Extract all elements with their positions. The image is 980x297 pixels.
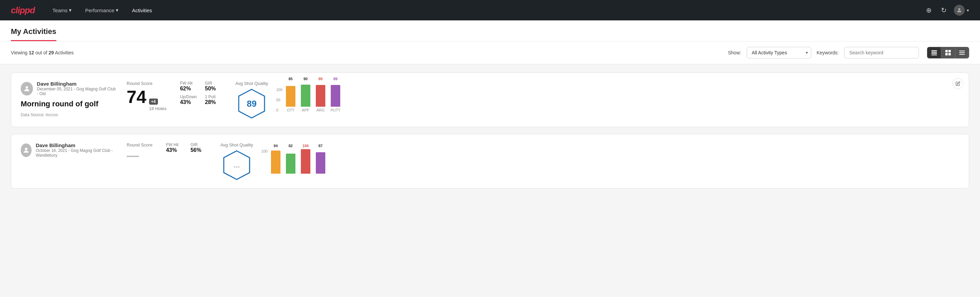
svg-rect-11 [959,54,965,55]
user-chevron-icon: ▾ [967,8,969,13]
svg-rect-8 [948,53,951,55]
gir-group: GIR 50% [205,81,222,92]
svg-rect-10 [959,52,965,53]
user-date: October 16, 2021 - Gog Magog Golf Club -… [36,148,116,158]
one-putt-value: 28% [205,99,222,105]
logo: clippd [11,5,35,16]
user-info: Dave Billingham December 05, 2021 - Gog … [37,81,116,96]
card-stats: Round Score 74 +4 18 Holes FW Hit 62% GI… [127,81,959,118]
chart-section: 100 94 [261,149,326,174]
round-score-group: Round Score 74 +4 18 Holes [127,81,166,111]
chart-y-labels: 100 [261,149,267,174]
card-left: Dave Billingham December 05, 2021 - Gog … [21,81,116,117]
bar-app [301,85,310,107]
fw-hit-label: FW Hit [180,81,197,86]
avatar [21,144,32,157]
chart-body: 100 94 [261,149,326,174]
gir-label: GIR [191,142,207,147]
chart-label-ott: OTT [287,108,294,112]
svg-point-14 [25,147,27,150]
page-title-wrap: My Activities [11,21,56,41]
chart-col-app: 90 APP [300,82,311,112]
view-toggle-list-wide[interactable] [955,47,969,58]
chart-value-2: 82 [289,144,293,148]
chart-col-1: 94 [270,149,281,174]
fw-hit-value: 43% [166,147,182,153]
score-number: 74 [127,88,146,106]
bar-ott [286,86,296,107]
chart-bar-1: 94 [270,149,281,174]
gir-value: 56% [191,147,207,153]
card-left: Dave Billingham October 16, 2021 - Gog M… [21,142,116,161]
add-icon[interactable]: ⊕ [924,5,934,15]
updown-label: Up/Down [180,94,197,99]
svg-rect-5 [945,50,948,52]
keyword-input[interactable] [844,47,919,59]
bar-1 [271,150,280,174]
updown-group: Up/Down 43% [180,94,197,105]
user-row: Dave Billingham December 05, 2021 - Gog … [21,81,116,96]
nav-activities[interactable]: Activities [131,5,153,16]
avatar [954,5,965,16]
round-score-label: Round Score [127,81,166,86]
user-date: December 05, 2021 - Gog Magog Golf Club … [37,87,116,96]
chart-value-1: 94 [274,144,278,148]
one-putt-group: 1 Putt 28% [205,94,222,105]
user-name: Dave Billingham [36,142,116,148]
keywords-label: Keywords: [817,50,839,55]
chart-col-arg: 89 ARG [315,82,326,112]
score-badge: +4 [149,99,158,105]
activity-name: Morning round of golf [21,99,116,109]
view-toggle-grid[interactable] [941,47,955,58]
activity-card: Dave Billingham December 05, 2021 - Gog … [11,72,969,127]
round-score-value: 74 +4 18 Holes [127,88,166,111]
activities-list: Dave Billingham December 05, 2021 - Gog … [0,64,980,197]
chart-col-3: 106 [300,149,311,174]
fw-hit-group: FW Hit 43% [166,142,182,153]
hexagon-wrap: Avg Shot Quality 89 [235,81,268,118]
activity-type-select-wrap: All Activity Types ▾ [747,47,811,59]
svg-rect-3 [931,53,937,54]
view-toggle-list-dense[interactable] [928,47,941,58]
data-source: Data Source: Arccos [21,112,116,117]
score-number: — [127,150,139,162]
chart-bar-2: 82 [285,149,296,174]
nav-performance[interactable]: Performance ▾ [84,5,120,16]
hexagon-wrap: Avg Shot Quality ... [220,142,253,180]
bar-2 [286,153,296,174]
activity-card: Dave Billingham October 16, 2021 - Gog M… [11,134,969,188]
user-row: Dave Billingham October 16, 2021 - Gog M… [21,142,116,158]
page-title: My Activities [11,27,56,36]
view-toggle-group [927,47,969,59]
gir-group: GIR 56% [191,142,207,153]
chart-y-labels: 100 50 0 [276,88,282,112]
chart-bar-4: 87 [315,149,326,174]
page-header: My Activities [0,21,980,42]
svg-rect-9 [959,51,965,51]
nav-teams[interactable]: Teams ▾ [51,5,73,16]
avatar [21,82,33,96]
hexagon: 89 [238,89,265,118]
quality-section: Avg Shot Quality ... 100 [220,142,326,180]
activity-type-select[interactable]: All Activity Types [747,47,811,59]
edit-button[interactable] [953,78,963,89]
fw-hit-value: 62% [180,86,197,92]
viewing-total: 29 [49,50,54,55]
chart-bar-3: 106 [300,149,311,174]
gir-label: GIR [205,81,222,86]
chart-bar-putt: 89 [330,82,341,107]
viewing-count: 12 [29,50,34,55]
user-info: Dave Billingham October 16, 2021 - Gog M… [36,142,116,158]
chart-bar-ott: 85 [285,82,296,107]
chart-bar-app: 90 [300,82,311,107]
svg-rect-6 [948,50,951,52]
chart-col-4: 87 [315,149,326,174]
chart-value-3: 106 [302,144,309,148]
user-menu[interactable]: ▾ [954,5,969,16]
refresh-icon[interactable]: ↻ [939,5,948,15]
chart-value-arg: 89 [318,77,323,81]
svg-rect-1 [931,50,937,51]
chart-body: 100 50 0 85 OTT [276,88,340,112]
mini-stats: FW Hit 62% GIR 50% Up/Down 43% 1 Putt 28… [180,81,222,105]
score-details: +4 18 Holes [149,99,166,111]
